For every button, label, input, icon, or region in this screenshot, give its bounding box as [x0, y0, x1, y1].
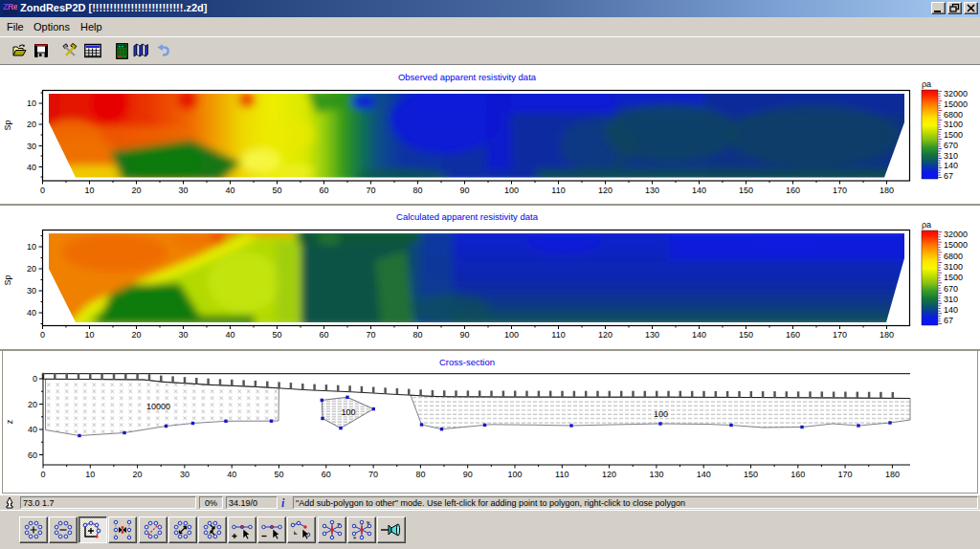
svg-text:120: 120 [598, 186, 612, 195]
svg-text:60: 60 [319, 330, 328, 340]
svg-text:50: 50 [274, 470, 283, 479]
svg-text:0: 0 [33, 374, 37, 384]
svg-text:1500: 1500 [944, 130, 963, 140]
svg-text:40: 40 [225, 330, 234, 340]
svg-text:20: 20 [28, 400, 37, 409]
svg-text:20: 20 [27, 264, 36, 274]
svg-text:670: 670 [944, 284, 958, 294]
svg-text:100: 100 [504, 330, 519, 340]
svg-text:120: 120 [602, 470, 616, 479]
svg-text:10: 10 [84, 330, 94, 340]
svg-text:32000: 32000 [944, 89, 968, 99]
svg-text:160: 160 [786, 330, 800, 340]
svg-text:67: 67 [944, 316, 953, 325]
svg-text:180: 180 [880, 330, 894, 340]
svg-text:670: 670 [944, 141, 958, 150]
svg-text:140: 140 [692, 330, 706, 340]
svg-text:20: 20 [27, 120, 36, 129]
svg-text:130: 130 [645, 330, 659, 340]
svg-text:Calculated apparent resistivit: Calculated apparent resistivity data [396, 211, 539, 222]
svg-text:100: 100 [507, 470, 522, 479]
svg-text:50: 50 [272, 186, 281, 195]
svg-text:160: 160 [791, 470, 805, 479]
svg-text:Sp: Sp [3, 274, 12, 285]
svg-text:60: 60 [28, 450, 37, 460]
svg-text:100: 100 [504, 186, 519, 195]
svg-text:140: 140 [944, 305, 958, 315]
svg-text:130: 130 [649, 470, 663, 479]
svg-text:10: 10 [84, 186, 94, 195]
svg-text:70: 70 [368, 470, 378, 479]
svg-text:0: 0 [40, 330, 45, 340]
svg-text:ρa: ρa [922, 220, 931, 230]
svg-text:170: 170 [838, 470, 853, 479]
svg-text:160: 160 [786, 186, 800, 195]
svg-text:80: 80 [412, 330, 422, 340]
svg-text:z: z [5, 419, 14, 424]
svg-text:Cross-section: Cross-section [439, 357, 495, 367]
svg-text:90: 90 [463, 470, 473, 479]
svg-text:3100: 3100 [944, 262, 963, 272]
svg-text:180: 180 [885, 470, 900, 479]
svg-text:140: 140 [944, 161, 958, 170]
svg-text:40: 40 [27, 163, 36, 172]
svg-text:110: 110 [555, 470, 568, 479]
svg-text:310: 310 [944, 295, 958, 304]
svg-text:10000: 10000 [146, 402, 170, 411]
svg-text:67: 67 [944, 171, 953, 181]
svg-text:30: 30 [27, 142, 36, 151]
svg-text:100: 100 [654, 409, 668, 419]
svg-text:10: 10 [85, 470, 95, 479]
svg-text:40: 40 [225, 186, 234, 195]
svg-text:90: 90 [459, 186, 469, 195]
svg-text:0: 0 [40, 470, 45, 479]
svg-text:40: 40 [27, 308, 36, 318]
svg-text:60: 60 [322, 470, 331, 479]
svg-text:150: 150 [739, 330, 753, 340]
svg-text:150: 150 [744, 470, 758, 479]
svg-text:6800: 6800 [944, 110, 963, 120]
svg-text:60: 60 [319, 186, 328, 195]
svg-text:120: 120 [598, 330, 612, 340]
svg-text:90: 90 [459, 330, 469, 340]
svg-text:32000: 32000 [944, 230, 968, 239]
svg-text:70: 70 [366, 330, 375, 340]
svg-text:30: 30 [178, 330, 188, 340]
svg-text:10: 10 [27, 99, 36, 108]
svg-text:140: 140 [692, 186, 706, 195]
svg-text:0: 0 [40, 186, 45, 195]
svg-text:15000: 15000 [944, 240, 968, 250]
svg-text:150: 150 [739, 186, 753, 195]
svg-text:3100: 3100 [944, 120, 963, 129]
svg-text:20: 20 [131, 186, 141, 195]
svg-text:180: 180 [880, 186, 894, 195]
svg-text:110: 110 [551, 330, 565, 340]
svg-text:ρa: ρa [922, 79, 931, 89]
svg-text:170: 170 [833, 330, 847, 340]
svg-text:20: 20 [131, 330, 141, 340]
svg-text:50: 50 [272, 330, 281, 340]
svg-text:15000: 15000 [944, 99, 968, 109]
svg-text:130: 130 [645, 186, 659, 195]
svg-text:20: 20 [133, 470, 143, 479]
svg-text:Sp: Sp [3, 120, 12, 130]
svg-text:140: 140 [697, 470, 711, 479]
svg-text:310: 310 [944, 151, 958, 161]
svg-text:30: 30 [27, 286, 36, 296]
svg-text:1500: 1500 [944, 273, 963, 282]
svg-text:100: 100 [342, 407, 356, 417]
svg-text:30: 30 [178, 186, 188, 195]
svg-text:80: 80 [412, 186, 422, 195]
svg-text:70: 70 [366, 186, 375, 195]
svg-text:80: 80 [415, 470, 425, 479]
svg-text:6800: 6800 [944, 252, 963, 261]
svg-text:40: 40 [28, 425, 37, 434]
svg-text:10: 10 [27, 242, 36, 252]
svg-text:40: 40 [227, 470, 236, 479]
svg-text:170: 170 [833, 186, 847, 195]
svg-text:Observed apparent resistivity: Observed apparent resistivity data [398, 72, 537, 82]
svg-text:110: 110 [551, 186, 565, 195]
svg-text:30: 30 [180, 470, 189, 479]
